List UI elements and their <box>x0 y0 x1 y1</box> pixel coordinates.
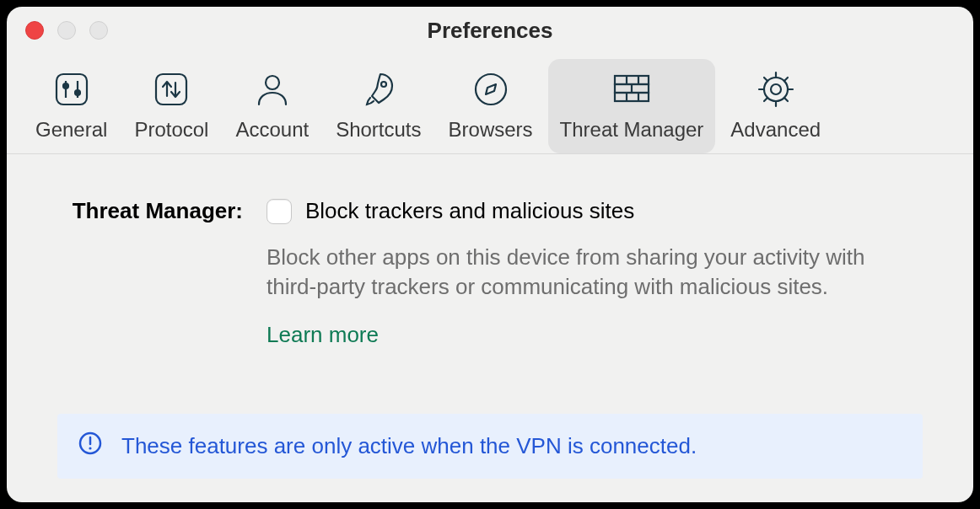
tab-label: Threat Manager <box>560 118 704 142</box>
svg-marker-11 <box>486 84 496 94</box>
window-title: Preferences <box>428 18 553 44</box>
svg-rect-0 <box>57 74 87 104</box>
block-trackers-row: Block trackers and malicious sites <box>267 198 923 224</box>
tab-account[interactable]: Account <box>223 59 320 153</box>
block-trackers-description: Block other apps on this device from sha… <box>267 243 882 302</box>
svg-rect-5 <box>156 74 186 104</box>
close-window-button[interactable] <box>25 21 44 40</box>
vpn-required-text: These features are only active when the … <box>121 433 697 459</box>
sliders-icon <box>51 67 92 111</box>
svg-point-9 <box>381 82 386 87</box>
tab-threat-manager[interactable]: Threat Manager <box>548 59 716 153</box>
svg-point-10 <box>476 74 506 104</box>
tab-browsers[interactable]: Browsers <box>437 59 545 153</box>
svg-rect-14 <box>615 93 649 101</box>
threat-manager-setting: Threat Manager: Block trackers and malic… <box>57 198 923 348</box>
tab-label: Protocol <box>134 118 208 142</box>
threat-manager-pane: Threat Manager: Block trackers and malic… <box>7 154 973 502</box>
tab-label: Advanced <box>730 118 821 142</box>
firewall-icon <box>610 67 654 111</box>
svg-point-20 <box>771 84 781 94</box>
tab-protocol[interactable]: Protocol <box>122 59 220 153</box>
info-icon <box>78 431 103 462</box>
tab-label: Account <box>235 118 309 142</box>
svg-point-4 <box>75 90 80 95</box>
tab-general[interactable]: General <box>24 59 119 153</box>
learn-more-link[interactable]: Learn more <box>267 322 923 348</box>
protocol-icon <box>151 67 191 111</box>
minimize-window-button[interactable] <box>57 21 76 40</box>
tab-label: Browsers <box>449 118 533 142</box>
svg-point-8 <box>266 76 279 89</box>
tab-label: Shortcuts <box>336 118 421 142</box>
svg-rect-12 <box>615 76 649 84</box>
traffic-lights <box>25 21 108 40</box>
gear-icon <box>756 67 796 111</box>
svg-point-21 <box>764 78 788 101</box>
zoom-window-button[interactable] <box>89 21 108 40</box>
titlebar: Preferences <box>7 7 973 54</box>
compass-icon <box>471 67 511 111</box>
preference-tabs: General Protocol Account <box>7 54 973 154</box>
svg-point-2 <box>63 83 68 88</box>
setting-section-label: Threat Manager: <box>57 198 243 224</box>
tab-advanced[interactable]: Advanced <box>719 59 832 153</box>
rocket-icon <box>358 67 399 111</box>
tab-label: General <box>35 118 107 142</box>
block-trackers-checkbox[interactable] <box>267 199 292 224</box>
vpn-required-banner: These features are only active when the … <box>57 414 923 479</box>
person-icon <box>252 67 293 111</box>
setting-body: Block trackers and malicious sites Block… <box>267 198 923 348</box>
svg-point-24 <box>89 447 91 449</box>
tab-shortcuts[interactable]: Shortcuts <box>324 59 433 153</box>
block-trackers-label: Block trackers and malicious sites <box>305 198 634 224</box>
preferences-window: Preferences General <box>7 7 973 502</box>
